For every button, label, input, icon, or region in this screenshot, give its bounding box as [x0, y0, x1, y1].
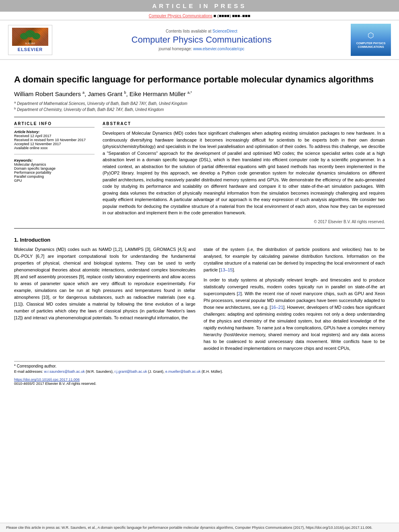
intro-left-col: Molecular Dynamics (MD) codes such as NA… [14, 246, 195, 355]
elsevier-logo: ELSEVIER ELSEVIER [8, 25, 52, 55]
svg-text:ELSEVIER: ELSEVIER [25, 42, 35, 45]
journal-title: Computer Physics Communications [56, 35, 347, 45]
homepage-link[interactable]: www.elsevier.com/locate/cpc [193, 47, 244, 51]
citation-text: Please cite this article in press as: W.… [6, 526, 372, 530]
page-header: ELSEVIER ELSEVIER Contents lists availab… [0, 20, 399, 60]
journal-logo-box: ⬡ COMPUTER PHYSICS COMMUNICATIONS [351, 24, 391, 56]
doi-link-line: https://doi.org/10.1016/j.cpc.2017.11.00… [14, 378, 385, 382]
intro-right-col: state of the system (i.e, the distributi… [204, 246, 385, 355]
contents-list-label: Contents lists available at ScienceDirec… [56, 29, 347, 33]
footnote-emails: E-mail addresses: w.r.saunders@bath.ac.u… [14, 370, 385, 374]
authors-line: William Robert Saunders a, James Grant b… [14, 90, 385, 97]
history-label: Article history: [14, 130, 95, 134]
affil-2: b Department of Chemistry, University of… [14, 107, 385, 112]
doi-link[interactable]: https://doi.org/10.1016/j.cpc.2017.11.00… [14, 378, 80, 382]
sciencedirect-link[interactable]: ScienceDirect [212, 29, 237, 33]
keyword-4: Parallel computing [14, 175, 95, 179]
ref-16-21[interactable]: 16–21 [271, 305, 284, 310]
elsevier-logo-image: ELSEVIER [12, 28, 48, 46]
keyword-2: Domain specific language [14, 166, 95, 170]
keyword-1: Molecular dynamics [14, 162, 95, 166]
accepted-date: Accepted 12 November 2017 [14, 142, 95, 146]
abstract-text: Developers of Molecular Dynamics (MD) co… [103, 130, 385, 216]
introduction-section: 1. Introduction Molecular Dynamics (MD) … [14, 237, 385, 355]
section-title: 1. Introduction [14, 237, 385, 243]
email-link-3[interactable]: e.mueller@bath.ac.uk [165, 370, 201, 374]
intro-body: Molecular Dynamics (MD) codes such as NA… [14, 246, 385, 355]
keyword-3: Performance portability [14, 170, 95, 175]
elsevier-text: ELSEVIER [18, 47, 43, 52]
doi-section: https://doi.org/10.1016/j.cpc.2017.11.00… [14, 378, 385, 386]
copyright-line: © 2017 Elsevier B.V. All rights reserved… [103, 220, 385, 224]
svg-point-2 [20, 33, 28, 39]
article-title: A domain specific language for performan… [14, 74, 385, 86]
ref-2[interactable]: 2 [238, 291, 241, 296]
author-2: James Grant b [88, 90, 126, 97]
svg-point-3 [25, 30, 35, 37]
author-1: William Robert Saunders a [14, 90, 84, 97]
journal-homepage: journal homepage: www.elsevier.com/locat… [56, 47, 347, 51]
main-content: A domain specific language for performan… [0, 60, 399, 392]
received-date: Received 12 April 2017 [14, 134, 95, 138]
available-online: Available online xxxx [14, 146, 95, 150]
affil-1: a Department of Mathematical Sciences, U… [14, 101, 385, 106]
divider-1 [14, 117, 385, 117]
intro-right-para-2: In order to study systems at physically … [204, 277, 385, 352]
intro-left-para-1: Molecular Dynamics (MD) codes such as NA… [14, 246, 195, 322]
footnote-star: * Corresponding author. [14, 364, 385, 368]
received-revised-date: Received in revised form 10 November 201… [14, 138, 95, 142]
email-link-1[interactable]: w.r.saunders@bath.ac.uk [44, 370, 85, 374]
divider-2 [14, 228, 385, 229]
article-info-header: ARTICLE INFO [14, 121, 95, 127]
article-in-press-banner: ARTICLE IN PRESS [0, 0, 399, 12]
author-3: Eike Hermann Müller a,* [130, 90, 192, 97]
journal-logo-text: COMPUTER PHYSICS COMMUNICATIONS [352, 41, 389, 49]
affiliations: a Department of Mathematical Sciences, U… [14, 101, 385, 112]
abstract-header: ABSTRACT [103, 121, 385, 127]
email-link-2[interactable]: r.j.grant@bath.ac.uk [115, 370, 147, 374]
footnote-section: * Corresponding author. E-mail addresses… [14, 361, 385, 374]
intro-right-para-1: state of the system (i.e, the distributi… [204, 246, 385, 273]
divider-keywords [14, 154, 95, 154]
journal-logo-icon: ⬡ [368, 31, 374, 40]
keywords-label: Keywords: [14, 158, 95, 162]
journal-link-suffix: ■ (■■■■) ■■■–■■■ [214, 13, 250, 18]
info-abstract-section: ARTICLE INFO Article history: Received 1… [14, 121, 385, 224]
journal-link-bar: Computer Physics Communications ■ (■■■■)… [0, 12, 399, 20]
svg-point-4 [32, 33, 40, 39]
article-history: Article history: Received 12 April 2017 … [14, 130, 95, 150]
abstract-col: ABSTRACT Developers of Molecular Dynamic… [103, 121, 385, 224]
svg-point-0 [20, 31, 40, 43]
journal-header-center: Contents lists available at ScienceDirec… [52, 29, 351, 51]
keywords-section: Keywords: Molecular dynamics Domain spec… [14, 158, 95, 183]
svg-rect-1 [29, 40, 31, 44]
journal-link[interactable]: Computer Physics Communications [149, 14, 212, 18]
keyword-5: GPU [14, 179, 95, 183]
article-info-col: ARTICLE INFO Article history: Received 1… [14, 121, 95, 224]
ref-13-15[interactable]: 13–15 [220, 267, 233, 272]
issn-line: 0010-4655/© 2017 Elsevier B.V. All right… [14, 382, 385, 386]
elsevier-tree-icon: ELSEVIER [16, 29, 44, 45]
bottom-citation-bar: Please cite this article in press as: W.… [0, 523, 399, 532]
